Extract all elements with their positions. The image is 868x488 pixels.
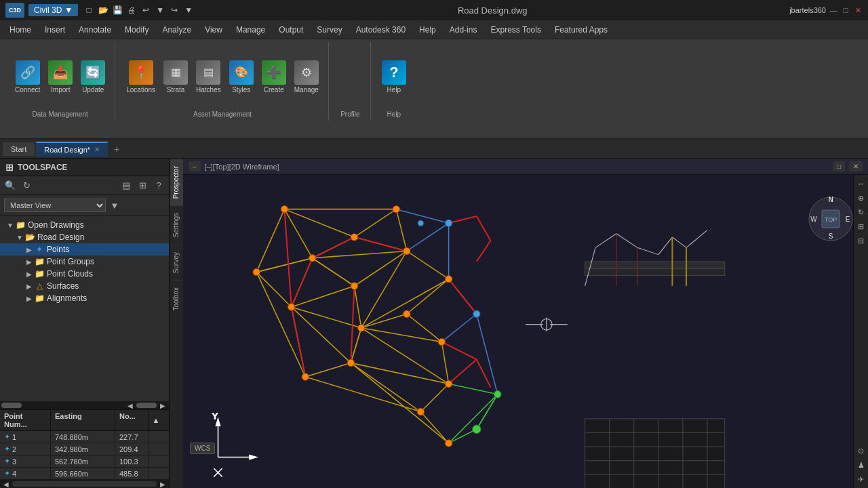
styles-btn[interactable]: 🎨 Styles [226,58,256,97]
expand-road-design[interactable]: ▼ [15,234,24,241]
expand-point-groups[interactable]: ▶ [24,258,34,266]
expand-points[interactable]: ▶ [24,246,34,253]
tree-road-design[interactable]: ▼ 📂 Road Design [0,231,169,243]
viewport[interactable]: – [–][Top][2D Wireframe] □ ✕ [183,159,868,488]
nav-orbit-btn[interactable]: ↻ [855,206,867,218]
viewport-minimize[interactable]: – [189,161,201,171]
pt-north-4: 485.8 [115,468,149,479]
tree-area[interactable]: ▼ 📁 Open Drawings ▼ 📂 Road Design ▶ ✦ Po… [0,216,169,401]
expand-alignments[interactable]: ▶ [24,295,34,302]
menu-output[interactable]: Output [272,22,310,37]
tree-open-drawings[interactable]: ▼ 📁 Open Drawings [0,219,169,231]
table-row[interactable]: ✦3 562.780m 100.3 [0,455,169,468]
manage-btn[interactable]: ⚙ Manage [292,58,321,97]
points-scrollbar[interactable]: ◀ ▶ [0,480,169,488]
ts-view1-btn[interactable]: ▤ [119,178,134,193]
maximize-btn[interactable]: □ [841,5,850,15]
tab-road-design-label: Road Design* [44,146,90,154]
menu-annotate[interactable]: Annotate [72,22,118,37]
ts-refresh-btn[interactable]: ↻ [19,178,34,193]
expand-open-drawings[interactable]: ▼ [5,222,15,229]
ts-help-btn[interactable]: ? [151,178,166,193]
tab-add-btn[interactable]: + [109,142,124,157]
menu-manage[interactable]: Manage [229,22,272,37]
tab-start-label: Start [11,145,26,153]
close-btn[interactable]: ✕ [853,5,863,15]
compass[interactable]: N S W E TOP [807,195,848,236]
tree-scrollbar[interactable]: ◀ ▶ [0,401,169,409]
nav-zoom-window-btn[interactable]: ⊟ [855,235,867,247]
tab-road-design-close[interactable]: ✕ [94,146,100,153]
pts-scroll-right[interactable]: ▶ [158,479,167,488]
menu-autodesk360[interactable]: Autodesk 360 [349,22,412,37]
import-btn[interactable]: 📥 Import [45,58,75,97]
import-label: Import [51,86,70,94]
pts-scroll-left[interactable]: ◀ [1,479,11,488]
hatches-btn[interactable]: ▤ Hatches [193,58,224,97]
strata-btn[interactable]: ▦ Strata [161,58,191,97]
viewport-maximize-btn[interactable]: □ [833,161,845,171]
connect-btn[interactable]: 🔗 Connect [12,58,43,97]
menu-help[interactable]: Help [412,22,443,37]
menu-modify[interactable]: Modify [118,22,155,37]
menu-insert[interactable]: Insert [38,22,72,37]
menu-addins[interactable]: Add-ins [443,22,484,37]
tab-start[interactable]: Start [3,142,35,156]
redo-btn[interactable]: ↪ [167,3,181,17]
undo-btn[interactable]: ↩ [139,3,153,17]
nav-fly-btn[interactable]: ✈ [855,473,867,485]
tree-point-groups[interactable]: ▶ 📁 Point Groups [0,256,169,268]
menu-home[interactable]: Home [3,22,38,37]
expand-surfaces[interactable]: ▶ [24,283,34,290]
scroll-left-btn[interactable]: ◀ [125,401,135,410]
viewport-close-btn[interactable]: ✕ [849,161,863,171]
drawing-canvas[interactable]: Y N S W E TOP [183,175,868,488]
nav-steer-btn[interactable]: ⊙ [855,445,867,457]
menu-express-tools[interactable]: Express Tools [484,22,547,37]
print-btn[interactable]: 🖨 [125,3,138,17]
import-icon: 📥 [48,60,73,85]
master-view-arrow[interactable]: ▼ [107,198,122,213]
menu-analyze[interactable]: Analyze [155,22,198,37]
expand-point-clouds[interactable]: ▶ [24,270,34,278]
ts-view2-btn[interactable]: ⊞ [135,178,150,193]
help-label: Help [387,86,401,94]
tree-point-clouds[interactable]: ▶ 📁 Point Clouds [0,268,169,280]
save-btn[interactable]: 💾 [111,3,124,17]
create-btn[interactable]: ➕ Create [259,58,289,97]
folder-alignments-icon: 📁 [34,293,45,303]
menu-featured-apps[interactable]: Featured Apps [548,22,614,37]
update-btn[interactable]: 🔄 Update [78,58,108,97]
data-management-label: Data Management [32,110,87,118]
table-row[interactable]: ✦4 596.660m 485.8 [0,468,169,480]
tree-surfaces[interactable]: ▶ △ Surfaces [0,280,169,292]
tab-road-design[interactable]: Road Design* ✕ [36,142,108,157]
nav-pan-btn[interactable]: ↔ [855,178,867,190]
menu-view[interactable]: View [198,22,229,37]
table-row[interactable]: ✦1 748.880m 227.7 [0,431,169,443]
minimize-btn[interactable]: — [829,5,838,15]
ts-search-btn[interactable]: 🔍 [3,178,18,193]
tab-settings[interactable]: Settings [170,205,183,244]
new-btn[interactable]: □ [82,3,96,17]
help-btn[interactable]: ? Help [379,58,409,97]
menu-survey[interactable]: Survey [310,22,349,37]
svg-point-69 [393,205,399,212]
scroll-right-btn[interactable]: ▶ [158,401,167,410]
svg-text:S: S [829,232,833,240]
point-icon-4: ✦ [4,469,10,478]
tab-prospector[interactable]: Prospector [170,159,183,205]
master-view-select[interactable]: Master View [4,199,106,212]
open-btn[interactable]: 📂 [96,3,110,17]
tab-survey[interactable]: Survey [170,245,183,280]
tree-alignments[interactable]: ▶ 📁 Alignments [0,292,169,304]
nav-walk-btn[interactable]: ♟ [855,459,867,471]
col-scroll[interactable]: ▲ [149,410,163,430]
tree-points[interactable]: ▶ ✦ Points [0,243,169,256]
nav-zoom-btn[interactable]: ⊕ [855,192,867,204]
locations-btn[interactable]: 📍 Locations [123,58,158,97]
table-row[interactable]: ✦2 342.980m 209.4 [0,443,169,455]
app-dropdown[interactable]: Civil 3D ▼ [28,4,78,16]
tab-toolbox[interactable]: Toolbox [170,280,183,317]
nav-zoom-ext-btn[interactable]: ⊞ [855,220,867,232]
